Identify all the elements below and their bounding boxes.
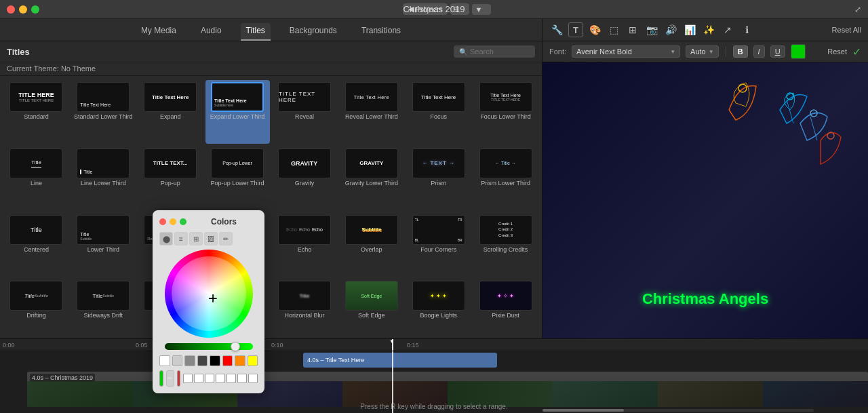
title-track[interactable]: 4.0s – Title Text Here 12:05 [303, 353, 497, 368]
italic-button[interactable]: I [753, 45, 765, 58]
eyedropper-button[interactable]: ✒ [166, 370, 174, 387]
title-item-line[interactable]: Title Line [4, 146, 68, 210]
colors-maximize-button[interactable] [180, 218, 186, 225]
chart-icon[interactable]: 📊 [682, 22, 697, 37]
title-label-four-corners: Four Corners [420, 246, 456, 254]
title-item-soft-edge[interactable]: Soft Edge Soft Edge [339, 279, 403, 342]
color-mode-wheel[interactable]: ⬤ [159, 232, 173, 245]
separator [726, 46, 726, 57]
tab-audio[interactable]: Audio [195, 23, 227, 41]
title-item-lower-third[interactable]: Title Subtitle Lower Third [71, 213, 136, 277]
crop-icon[interactable]: ⬚ [606, 22, 621, 37]
colors-minimize-button[interactable] [170, 218, 176, 225]
title-item-popup-lower[interactable]: Pop-up Lower Pop-up Lower Third [205, 146, 270, 210]
grid-icon[interactable]: ⊞ [625, 22, 640, 37]
download-button[interactable]: ▼ [472, 4, 491, 15]
font-bar: Font: Avenir Next Bold ▼ Auto ▼ B I U Re… [542, 41, 868, 62]
title-item-focus-lower[interactable]: Title Text Here TITLE TEXT HERE Focus Lo… [473, 80, 538, 144]
colors-popup-title: Colors [190, 217, 258, 227]
confirm-button[interactable]: ✓ [852, 45, 861, 58]
tab-my-media[interactable]: My Media [136, 23, 182, 41]
maximize-button[interactable] [31, 5, 39, 14]
swatch-orange[interactable] [235, 355, 245, 366]
title-item-four-corners[interactable]: TL TR BL BR Four Corners [406, 213, 471, 277]
title-item-gravity[interactable]: GRAVITY Gravity [273, 146, 337, 210]
color-swatch-button[interactable] [791, 44, 806, 59]
color-mode-pencil[interactable]: ✏ [219, 232, 233, 245]
color-wheel[interactable] [165, 250, 253, 338]
font-select[interactable]: Avenir Next Bold ▼ [572, 45, 680, 58]
title-item-horizontal-blur[interactable]: Title Horizontal Blur [273, 279, 337, 342]
title-thumb-boogie: ✦ ✦ ✦ [412, 281, 465, 311]
font-size-select[interactable]: Auto ▼ [686, 45, 719, 58]
title-item-line-lower[interactable]: Title Line Lower Third [71, 146, 136, 210]
swatch-box-7[interactable] [248, 374, 258, 383]
fullscreen-icon[interactable]: ⤢ [854, 5, 861, 14]
color-swatch-red-main[interactable] [177, 370, 180, 387]
minimize-button[interactable] [19, 5, 27, 14]
swatch-lightgray[interactable] [172, 355, 183, 366]
title-item-popup[interactable]: TITLE TEXT... Pop-up [138, 146, 203, 210]
title-thumb-focus-lower: Title Text Here TITLE TEXT HERE [479, 82, 532, 112]
title-item-gravity-lower[interactable]: GRAVITY Gravity Lower Third [339, 146, 403, 210]
paint-icon[interactable]: 🎨 [587, 22, 602, 37]
share-icon[interactable]: ↗ [720, 22, 735, 37]
swatch-red[interactable] [222, 355, 233, 366]
color-crosshair [209, 294, 217, 302]
title-item-reveal[interactable]: TITLE TEXT HERE Reveal [273, 80, 337, 144]
bold-button[interactable]: B [733, 45, 748, 58]
swatch-box-1[interactable] [183, 374, 193, 383]
title-item-standard[interactable]: TITLE HERE TITLE TEXT HERE Standard [4, 80, 68, 144]
camera-icon[interactable]: 📷 [644, 22, 659, 37]
color-mode-sliders[interactable]: ≡ [174, 232, 188, 245]
title-item-expand-lower[interactable]: Title Text Here Subtitle here Expand Low… [205, 80, 270, 144]
color-mode-image[interactable]: 🖼 [204, 232, 218, 245]
title-thumb-lower-third: Title Subtitle [77, 215, 130, 245]
color-green-slider[interactable] [165, 343, 253, 350]
swatch-black[interactable] [210, 355, 220, 366]
text-icon[interactable]: T [568, 22, 583, 37]
swatch-white[interactable] [159, 355, 170, 366]
swatch-box-3[interactable] [205, 374, 214, 383]
title-item-centered[interactable]: Title Centered [4, 213, 68, 277]
underline-button[interactable]: U [770, 45, 785, 58]
title-item-expand[interactable]: Title Text Here Expand [138, 80, 203, 144]
selected-color-preview[interactable] [159, 370, 163, 387]
swatch-box-4[interactable] [216, 374, 225, 383]
title-label-echo: Echo [298, 246, 312, 254]
title-label-overlap: Overlap [361, 246, 382, 254]
speaker-icon[interactable]: 🔊 [663, 22, 678, 37]
wrench-icon[interactable]: 🔧 [549, 22, 564, 37]
swatch-box-6[interactable] [237, 374, 247, 383]
close-button[interactable] [7, 5, 15, 14]
title-item-sideways[interactable]: Title Subtitle Sideways Drift [71, 279, 136, 342]
title-item-standard-lower[interactable]: Title Text Here Standard Lower Third [71, 80, 136, 144]
swatch-box-5[interactable] [226, 374, 236, 383]
color-mode-palette[interactable]: ⊞ [189, 232, 203, 245]
swatch-gray[interactable] [184, 355, 195, 366]
swatch-darkgray[interactable] [197, 355, 208, 366]
search-input[interactable] [470, 47, 524, 56]
title-item-focus[interactable]: Title Text Here Focus [406, 80, 471, 144]
info-icon[interactable]: ℹ [739, 22, 754, 37]
title-item-reveal-lower[interactable]: Title Text Here Reveal Lower Third [339, 80, 403, 144]
colors-close-button[interactable] [159, 218, 166, 225]
title-item-drifting[interactable]: Title Subtitle Drifting [4, 279, 68, 342]
swatch-yellow[interactable] [248, 355, 258, 366]
title-item-prism-lower[interactable]: ← Title → Prism Lower Third [473, 146, 538, 210]
tab-titles[interactable]: Titles [241, 23, 271, 41]
tab-backgrounds[interactable]: Backgrounds [284, 23, 342, 41]
reset-all-button[interactable]: Reset All [832, 26, 861, 34]
tab-transitions[interactable]: Transitions [356, 23, 406, 41]
title-item-echo[interactable]: Echo Echo Echo Echo [273, 213, 337, 277]
swatch-box-2[interactable] [194, 374, 203, 383]
search-box[interactable]: 🔍 [454, 45, 535, 58]
title-item-scrolling[interactable]: Credit 1 Credit 2 Credit 3 Scrolling Cre… [473, 213, 538, 277]
title-item-prism[interactable]: ← TEXT → Prism [406, 146, 471, 210]
title-item-pixie[interactable]: ✦ ✧ ✦ Pixie Dust [473, 279, 538, 342]
title-item-boogie[interactable]: ✦ ✦ ✦ Boogie Lights [406, 279, 471, 342]
font-bar-reset-button[interactable]: Reset [827, 47, 847, 56]
timeline-scrollbar[interactable] [542, 409, 814, 412]
title-item-overlap[interactable]: Subtitle Overlap [339, 213, 403, 277]
sparkle-icon[interactable]: ✨ [701, 22, 716, 37]
